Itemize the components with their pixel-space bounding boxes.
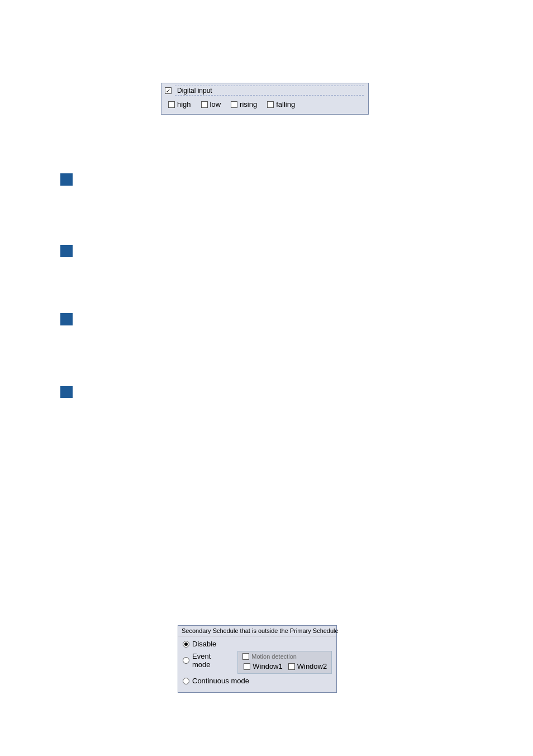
high-checkbox[interactable] <box>168 101 175 108</box>
continuous-mode-radio[interactable] <box>183 678 189 684</box>
event-mode-label: Event mode <box>192 652 231 669</box>
blue-square-4 <box>60 386 73 398</box>
low-checkbox[interactable] <box>201 101 208 108</box>
motion-detection-label: Motion detection <box>251 653 297 660</box>
motion-detection-panel: Motion detection Window1 Window2 <box>237 651 332 674</box>
digital-input-group: Digital input high low rising falling <box>161 83 369 115</box>
window1-label: Window1 <box>253 662 282 670</box>
window2-checkbox[interactable] <box>288 663 295 670</box>
falling-label: falling <box>276 100 295 108</box>
window2-label: Window2 <box>297 662 327 670</box>
digital-input-title: Digital input <box>175 86 364 96</box>
falling-checkbox[interactable] <box>267 101 274 108</box>
blue-square-3 <box>60 313 73 325</box>
low-label: low <box>210 100 221 108</box>
window1-checkbox[interactable] <box>244 663 250 670</box>
motion-detection-checkbox[interactable] <box>242 653 249 660</box>
high-checkbox-item: high <box>168 100 191 108</box>
disable-label: Disable <box>192 640 216 648</box>
continuous-mode-radio-item: Continuous mode <box>183 677 332 685</box>
window2-item: Window2 <box>288 662 327 670</box>
event-mode-radio-item: Event mode <box>183 652 231 669</box>
blue-square-2 <box>60 245 73 257</box>
disable-radio[interactable] <box>183 641 189 648</box>
event-mode-radio[interactable] <box>183 657 189 664</box>
secondary-schedule-group: Secondary Schedule that is outside the P… <box>178 625 337 693</box>
rising-checkbox-item: rising <box>231 100 257 108</box>
rising-label: rising <box>240 100 257 108</box>
blue-square-1 <box>60 173 73 186</box>
high-label: high <box>177 100 191 108</box>
digital-input-main-checkbox[interactable] <box>165 87 172 94</box>
falling-checkbox-item: falling <box>267 100 295 108</box>
rising-checkbox[interactable] <box>231 101 237 108</box>
low-checkbox-item: low <box>201 100 221 108</box>
secondary-schedule-title: Secondary Schedule that is outside the P… <box>178 626 336 636</box>
disable-radio-item: Disable <box>183 640 332 648</box>
window1-item: Window1 <box>244 662 282 670</box>
continuous-mode-label: Continuous mode <box>192 677 249 685</box>
